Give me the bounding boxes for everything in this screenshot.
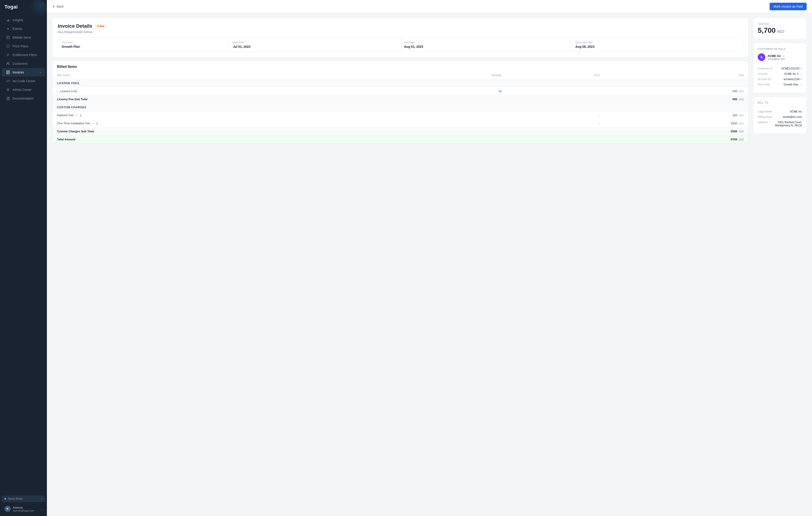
item-platform-qty xyxy=(382,111,506,119)
customer-id-value: ACME1231232 ⧉ xyxy=(781,67,802,70)
demo-mode-button[interactable]: Demo Mode ↗ xyxy=(2,495,45,502)
detail-row-billing-email: Billing Email acmei@inc.com xyxy=(758,115,802,119)
section-custom-charges: CUSTOM CHARGES xyxy=(53,103,748,111)
back-label: Back xyxy=(57,5,64,8)
address-label: Address xyxy=(758,121,767,124)
sidebar-item-docs[interactable]: Documentation xyxy=(2,94,45,103)
total-due-value: 5,700 xyxy=(758,26,776,35)
sidebar-item-billable-items[interactable]: Billable Items xyxy=(2,33,45,42)
total-due-label: Total Due xyxy=(758,22,802,25)
account-ext-icon[interactable]: ↗ xyxy=(800,73,802,75)
meta-end-date-value: Aug 01, 2023 xyxy=(404,45,568,49)
invoice-title: Invoice Details xyxy=(58,23,92,29)
meta-price-plan-label: Price Plan xyxy=(62,41,226,44)
total-due-currency: AED xyxy=(777,30,784,34)
subtotal-custom-row: Custom Charges Sub Total 5200 AED xyxy=(53,127,748,135)
account-label: Account xyxy=(758,72,767,75)
sidebar-item-nocode-label: No-Code Center xyxy=(12,79,35,83)
subtotal-license-label: License Fee Sub Total xyxy=(53,95,604,103)
total-due-amount: 5,700 AED xyxy=(758,26,802,35)
user-section[interactable]: K Kishore kishore@togai.com ⌄ xyxy=(2,505,45,513)
customer-ext-icon[interactable]: ↗ xyxy=(783,55,785,57)
demo-ext-icon: ↗ xyxy=(41,498,42,500)
user-chevron-icon: ⌄ xyxy=(41,508,42,510)
meta-start-date-label: Start Date xyxy=(233,41,397,44)
platform-fee-edit-icon[interactable]: ✏ xyxy=(76,114,78,117)
subtotal-license-row: License Fee Sub Total 500 AED xyxy=(53,95,748,103)
detail-row-account-id: Account ID acmeinc1234 ⧉ xyxy=(758,78,802,81)
customer-id-label: Customer Id xyxy=(758,67,772,70)
table-row: One-Time Installation Fee ✏ 🗑 - 5000 AED xyxy=(53,119,748,127)
invoice-section: Invoice Details Due #inv.20hpqH2oNd2.G4O… xyxy=(52,18,749,512)
col-price: Price xyxy=(506,71,604,79)
table-header-row: Item Name Quantity Price Total xyxy=(53,71,748,79)
svg-point-0 xyxy=(7,28,9,29)
sidebar-item-events-label: Events xyxy=(12,27,22,31)
back-button[interactable]: Back xyxy=(52,5,64,8)
sidebar-item-entitlement-label: Entitlement Plans xyxy=(12,53,37,57)
total-amount-label: Total Amount xyxy=(53,135,604,144)
sidebar-item-billable-label: Billable Items xyxy=(12,36,31,39)
sidebar-item-admin[interactable]: Admin Center xyxy=(2,86,45,94)
account-id-copy-icon[interactable]: ⧉ xyxy=(801,78,802,81)
meta-end-date-label: End Date xyxy=(404,41,568,44)
total-amount-row: Total Amount 5700 AED xyxy=(53,135,748,144)
admin-icon xyxy=(6,88,10,92)
billing-email-label: Billing Email xyxy=(758,115,772,119)
logo-text: Togai xyxy=(4,4,18,10)
invoice-card: Invoice Details Due #inv.20hpqH2oNd2.G4O… xyxy=(52,18,749,57)
col-total: Total xyxy=(604,71,748,79)
customer-name: ACME Inc ↗ xyxy=(767,54,785,58)
address-value: 5331 Rexford Court, Montgomery AL 36116 xyxy=(770,121,802,127)
installation-fee-delete-icon[interactable]: 🗑 xyxy=(96,122,98,125)
total-amount-value: 5700 AED xyxy=(604,135,748,144)
sidebar-item-price-plans[interactable]: Price Plans xyxy=(2,42,45,51)
platform-fee-delete-icon[interactable]: 🗑 xyxy=(80,114,82,117)
item-platform-total: 200 AED xyxy=(604,111,748,119)
mark-paid-button[interactable]: Mark Invoice as Paid xyxy=(770,3,807,10)
invoices-icon xyxy=(6,70,10,74)
customer-details-title: CUSTOMER DETAILS xyxy=(758,48,802,50)
detail-row-account: Account ACME Inc 2 ↗ xyxy=(758,72,802,75)
user-avatar: K xyxy=(4,506,11,512)
item-licence-price xyxy=(506,87,604,95)
billed-items-card: Billed Items Item Name Quantity Price To… xyxy=(52,61,749,144)
sidebar-nav: Insights Events Billable Items Price Pla… xyxy=(0,13,47,492)
nocode-icon xyxy=(6,79,10,83)
sidebar-item-events[interactable]: Events xyxy=(2,25,45,33)
billing-email-value: acmei@inc.com xyxy=(783,115,802,119)
main-content: Back Mark Invoice as Paid Invoice Detail… xyxy=(47,0,812,516)
sidebar-item-nocode[interactable]: No-Code Center xyxy=(2,77,45,85)
invoice-meta: Price Plan Growth Plan Start Date Jul 01… xyxy=(58,38,743,52)
user-email: kishore@togai.com xyxy=(13,509,38,512)
subtotal-custom-label: Custom Charges Sub Total xyxy=(53,127,604,135)
legal-name-label: Legal Name xyxy=(758,110,772,113)
table-row: Platform Fee ✏ 🗑 - 200 AED xyxy=(53,111,748,119)
svg-point-4 xyxy=(7,89,9,90)
billable-icon xyxy=(6,36,10,39)
content-area: Invoice Details Due #inv.20hpqH2oNd2.G4O… xyxy=(47,13,812,516)
sidebar-item-invoices[interactable]: Invoices › xyxy=(2,68,45,77)
sidebar-item-customers[interactable]: Customers xyxy=(2,59,45,68)
entitlement-icon xyxy=(6,53,10,57)
meta-end-date: End Date Aug 01, 2023 xyxy=(401,38,572,52)
item-installation-total: 5000 AED xyxy=(604,119,748,127)
section-license-fees-label: LICENSE FEES xyxy=(53,79,748,87)
installation-fee-edit-icon[interactable]: ✏ xyxy=(92,122,94,125)
bill-to-divider xyxy=(758,107,802,108)
col-quantity: Quantity xyxy=(382,71,506,79)
user-name: Kishore xyxy=(13,506,38,509)
price-plan-ext-icon[interactable]: ↗ xyxy=(800,84,802,86)
bill-to-title: BILL TO xyxy=(758,101,802,104)
item-platform-fee: Platform Fee ✏ 🗑 xyxy=(53,111,382,119)
demo-dot xyxy=(4,498,6,500)
price-icon xyxy=(6,44,10,48)
user-info: Kishore kishore@togai.com xyxy=(13,506,38,512)
collapse-icon[interactable]: ▾ xyxy=(57,90,58,93)
customer-row: A ACME Inc ↗ acmei@inc.com xyxy=(758,53,802,61)
customer-id-copy-icon[interactable]: ⧉ xyxy=(801,67,802,70)
sidebar-item-entitlement-plans[interactable]: Entitlement Plans xyxy=(2,51,45,59)
customer-divider xyxy=(758,64,802,64)
price-plan-label: Price Plan xyxy=(758,83,770,86)
item-installation-fee: One-Time Installation Fee ✏ 🗑 xyxy=(53,119,382,127)
